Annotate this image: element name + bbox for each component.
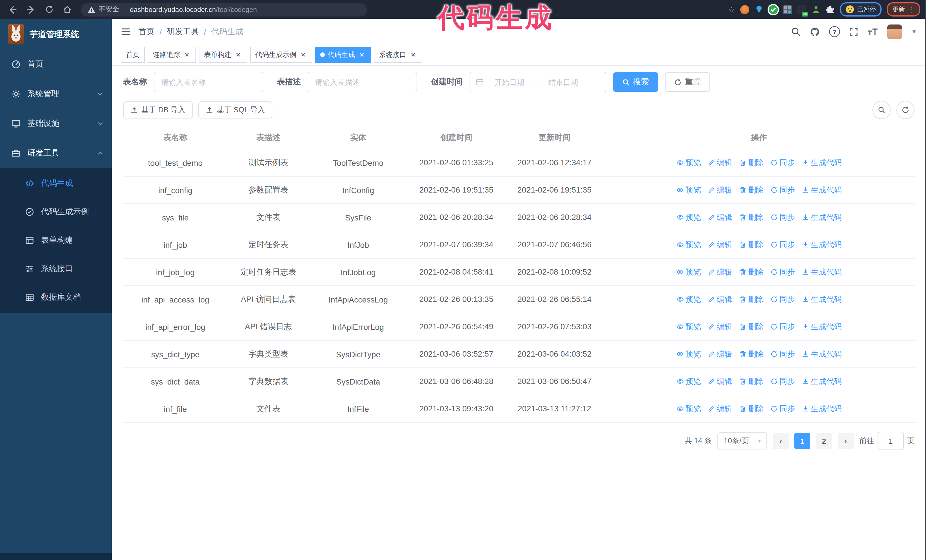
generate-code-link[interactable]: 生成代码	[802, 267, 842, 277]
tab-codegen-example[interactable]: 代码生成示例✕	[250, 47, 312, 63]
sidebar-item-codegen[interactable]: 代码生成	[0, 169, 112, 198]
table-name-input[interactable]	[154, 72, 263, 92]
end-date-input[interactable]	[541, 77, 586, 87]
breadcrumb-home[interactable]: 首页	[138, 27, 154, 37]
sidebar-collapse-bar[interactable]	[0, 553, 112, 560]
github-icon[interactable]	[810, 27, 820, 37]
user-avatar[interactable]	[887, 24, 902, 39]
show-search-button[interactable]	[872, 101, 891, 119]
sync-link[interactable]: 同步	[770, 294, 795, 305]
table-desc-input[interactable]	[308, 72, 417, 92]
table-row[interactable]: sys_file 文件表 SysFile 2021-02-06 20:28:34…	[123, 204, 915, 231]
sidebar-item-db-doc[interactable]: 数据库文档	[0, 283, 112, 312]
table-row[interactable]: sys_dict_data 字典数据表 SysDictData 2021-03-…	[123, 368, 915, 395]
date-range-picker[interactable]: -	[469, 72, 606, 92]
back-icon[interactable]	[7, 4, 18, 15]
delete-link[interactable]: 删除	[739, 157, 764, 168]
table-row[interactable]: inf_api_error_log API 错误日志 InfApiErrorLo…	[123, 313, 915, 341]
extensions-puzzle-icon[interactable]	[826, 5, 835, 14]
table-row[interactable]: inf_job_log 定时任务日志表 InfJobLog 2021-02-08…	[123, 259, 915, 286]
extension-icon[interactable]	[769, 5, 778, 14]
edit-link[interactable]: 编辑	[708, 240, 732, 250]
security-warning-icon[interactable]	[88, 6, 95, 13]
preview-link[interactable]: 预览	[676, 294, 701, 305]
preview-link[interactable]: 预览	[676, 376, 701, 386]
close-icon[interactable]: ✕	[234, 51, 242, 59]
generate-code-link[interactable]: 生成代码	[802, 322, 842, 332]
edit-link[interactable]: 编辑	[708, 185, 732, 195]
delete-link[interactable]: 删除	[739, 322, 764, 332]
preview-link[interactable]: 预览	[676, 322, 701, 332]
sidebar-item-system[interactable]: 系统管理	[0, 79, 112, 109]
sync-link[interactable]: 同步	[770, 157, 795, 168]
preview-link[interactable]: 预览	[676, 404, 701, 414]
preview-link[interactable]: 预览	[676, 240, 701, 250]
chevron-down-icon[interactable]: ▼	[911, 29, 917, 35]
chrome-menu-icon[interactable]: ⋮	[908, 6, 915, 13]
table-row[interactable]: inf_config 参数配置表 InfConfig 2021-02-06 19…	[123, 177, 915, 204]
breadcrumb-devtools[interactable]: 研发工具	[167, 27, 199, 37]
reload-icon[interactable]	[43, 4, 55, 15]
edit-link[interactable]: 编辑	[708, 349, 732, 359]
extension-icon[interactable]	[783, 5, 792, 14]
sync-link[interactable]: 同步	[770, 240, 795, 250]
edit-link[interactable]: 编辑	[708, 404, 732, 414]
edit-link[interactable]: 编辑	[708, 376, 732, 386]
delete-link[interactable]: 删除	[739, 185, 764, 195]
generate-code-link[interactable]: 生成代码	[802, 404, 842, 414]
tab-form-builder[interactable]: 表单构建✕	[199, 47, 247, 63]
app-logo[interactable]: 芋道管理系统	[0, 19, 112, 50]
delete-link[interactable]: 删除	[739, 294, 764, 305]
next-page-button[interactable]: ›	[838, 433, 853, 449]
delete-link[interactable]: 删除	[739, 404, 764, 414]
edit-link[interactable]: 编辑	[708, 294, 732, 305]
sql-import-button[interactable]: 基于 SQL 导入	[198, 101, 273, 118]
generate-code-link[interactable]: 生成代码	[802, 240, 842, 250]
delete-link[interactable]: 删除	[739, 349, 764, 359]
page-button-2[interactable]: 2	[816, 433, 832, 449]
table-row[interactable]: inf_api_access_log API 访问日志表 InfApiAcces…	[123, 286, 915, 313]
close-icon[interactable]: ✕	[299, 51, 307, 59]
page-button-1[interactable]: 1	[794, 433, 810, 449]
sidebar-item-devtools[interactable]: 研发工具	[0, 139, 112, 168]
preview-link[interactable]: 预览	[676, 267, 701, 277]
extension-icon[interactable]	[755, 5, 764, 14]
forward-icon[interactable]	[25, 4, 36, 15]
close-icon[interactable]: ✕	[183, 51, 191, 59]
table-row[interactable]: inf_job 定时任务表 InfJob 2021-02-07 06:39:34…	[123, 231, 915, 259]
generate-code-link[interactable]: 生成代码	[802, 212, 842, 222]
sidebar-item-codegen-example[interactable]: 代码生成示例	[0, 198, 112, 226]
sidebar-item-system-api[interactable]: 系统接口	[0, 255, 112, 283]
edit-link[interactable]: 编辑	[708, 267, 732, 277]
generate-code-link[interactable]: 生成代码	[802, 349, 842, 359]
sync-link[interactable]: 同步	[770, 349, 795, 359]
delete-link[interactable]: 删除	[739, 376, 764, 386]
font-size-icon[interactable]	[867, 27, 878, 36]
edit-link[interactable]: 编辑	[708, 212, 732, 222]
generate-code-link[interactable]: 生成代码	[802, 294, 842, 305]
sync-link[interactable]: 同步	[770, 404, 795, 414]
edit-link[interactable]: 编辑	[708, 157, 732, 168]
extension-icon[interactable]	[740, 5, 749, 14]
refresh-table-button[interactable]	[896, 101, 915, 119]
sidebar-item-home[interactable]: 首页	[0, 50, 112, 79]
delete-link[interactable]: 删除	[739, 240, 764, 250]
sync-link[interactable]: 同步	[770, 322, 795, 332]
generate-code-link[interactable]: 生成代码	[802, 157, 842, 168]
home-icon[interactable]	[62, 4, 73, 15]
preview-link[interactable]: 预览	[676, 157, 701, 168]
close-icon[interactable]: ✕	[409, 51, 417, 59]
tab-system-api[interactable]: 系统接口✕	[374, 47, 422, 63]
help-icon[interactable]: ?	[829, 26, 840, 37]
table-row[interactable]: inf_file 文件表 InfFile 2021-03-13 09:43:20…	[123, 395, 915, 423]
page-size-select[interactable]: 10条/页 ▼	[717, 432, 767, 450]
reset-button[interactable]: 重置	[665, 72, 710, 92]
edit-link[interactable]: 编辑	[708, 322, 732, 332]
search-icon[interactable]	[791, 27, 800, 36]
url-bar[interactable]: 不安全 dashboard.yudao.iocoder.cn/tool/code…	[81, 3, 367, 16]
prev-page-button[interactable]: ‹	[773, 433, 789, 449]
tab-codegen[interactable]: 代码生成✕	[315, 47, 371, 63]
tab-tracing[interactable]: 链路追踪✕	[148, 47, 196, 63]
sync-link[interactable]: 同步	[770, 376, 795, 386]
preview-link[interactable]: 预览	[676, 185, 701, 195]
